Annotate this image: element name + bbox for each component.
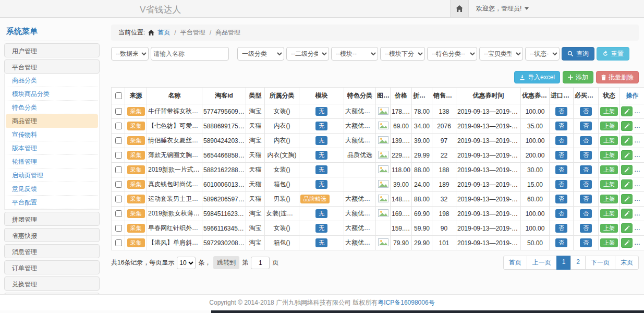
must-buy-toggle[interactable]: 否 [580, 180, 592, 189]
status-toggle[interactable]: 上架 [600, 136, 618, 145]
search-button[interactable]: 查询 [562, 47, 594, 61]
page-button[interactable]: 末页 [615, 256, 639, 270]
select-all-checkbox[interactable] [115, 92, 122, 99]
copyright-text: Copyright © 2014-2018 广州九驰网络科技有限公司 版权所有 [209, 298, 378, 307]
sidebar-item[interactable]: 意见反馈 [6, 182, 98, 196]
sales-cell: 90 [432, 221, 456, 236]
import-select-toggle[interactable]: 否 [555, 165, 567, 174]
product-image-icon [378, 209, 388, 217]
must-buy-toggle[interactable]: 否 [580, 224, 592, 233]
row-checkbox[interactable] [115, 123, 122, 129]
sidebar-item[interactable]: 版本管理 [6, 141, 98, 155]
must-buy-toggle[interactable]: 否 [580, 238, 592, 247]
status-toggle[interactable]: 上架 [600, 165, 618, 174]
sidebar-item[interactable]: 轮播管理 [6, 155, 98, 168]
source-filter-select[interactable]: --数据来源-- [111, 47, 149, 61]
must-buy-toggle[interactable]: 否 [580, 151, 592, 160]
import-select-toggle[interactable]: 否 [555, 107, 567, 116]
page-button[interactable]: 2 [570, 256, 586, 270]
status-toggle[interactable]: 上架 [600, 195, 618, 203]
must-buy-toggle[interactable]: 否 [580, 107, 592, 116]
table-toolbar: 导入excel 添加 批量删除 [111, 71, 639, 83]
edit-button[interactable] [621, 223, 633, 233]
edit-button[interactable] [621, 106, 633, 116]
status-toggle[interactable]: 上架 [600, 180, 618, 189]
must-buy-toggle[interactable]: 否 [580, 165, 592, 174]
sidebar-item[interactable]: 商品分类 [6, 74, 98, 87]
sidebar-group-item[interactable]: 平台管理 [4, 59, 100, 74]
must-buy-toggle[interactable]: 否 [580, 195, 592, 203]
page-button[interactable]: 首页 [503, 256, 527, 270]
row-checkbox[interactable] [115, 166, 122, 173]
status-toggle[interactable]: 上架 [600, 238, 618, 247]
icp-link[interactable]: 粤ICP备16098006号 [378, 298, 434, 307]
edit-button[interactable] [621, 179, 633, 189]
sidebar-item[interactable]: 特色分类 [6, 101, 98, 114]
import-excel-button[interactable]: 导入excel [514, 71, 560, 83]
edit-button[interactable] [621, 165, 633, 175]
import-select-toggle[interactable]: 否 [555, 180, 567, 189]
breadcrumb-home-link[interactable]: 首页 [157, 28, 170, 37]
page-button[interactable]: 1 [556, 256, 572, 270]
must-buy-toggle[interactable]: 否 [580, 122, 592, 130]
user-menu[interactable]: 欢迎您，管理员! [469, 0, 536, 17]
jump-page-input[interactable] [251, 257, 270, 269]
category1-filter-select[interactable]: 一级分类 [237, 47, 284, 61]
must-buy-toggle[interactable]: 否 [580, 136, 592, 145]
row-checkbox[interactable] [115, 108, 122, 115]
sidebar-group-item[interactable]: 消息管理 [4, 244, 100, 258]
status-toggle[interactable]: 上架 [600, 209, 618, 218]
sidebar-item-active[interactable]: 商品管理 [6, 114, 98, 128]
sidebar-group-item[interactable]: 订单管理 [4, 260, 100, 274]
item-type-filter-select[interactable]: --宝贝类型-- [479, 47, 523, 61]
home-button[interactable] [450, 0, 469, 17]
edit-button[interactable] [621, 194, 633, 204]
status-toggle[interactable]: 上架 [600, 224, 618, 233]
row-checkbox[interactable] [115, 137, 122, 144]
product-category: 男装() [265, 192, 299, 207]
sidebar-group-item[interactable]: 用户管理 [4, 43, 100, 57]
jump-button[interactable]: 跳转到 [213, 256, 239, 269]
row-checkbox[interactable] [115, 210, 122, 217]
edit-button[interactable] [621, 150, 633, 160]
sidebar-group-item[interactable]: 兑换管理 [4, 276, 100, 291]
status-filter-select[interactable]: --状态-- [525, 47, 560, 61]
import-select-toggle[interactable]: 否 [555, 122, 567, 130]
name-search-input[interactable] [151, 47, 229, 61]
add-button[interactable]: 添加 [563, 71, 593, 83]
row-checkbox[interactable] [115, 239, 122, 246]
sidebar-item[interactable]: 宣传物料 [6, 128, 98, 141]
sidebar-item[interactable]: 启动页管理 [6, 168, 98, 182]
reset-button[interactable]: 重置 [597, 47, 629, 61]
edit-button[interactable] [621, 238, 633, 248]
per-page-select[interactable]: 10 [177, 257, 196, 269]
status-toggle[interactable]: 上架 [600, 151, 618, 160]
status-toggle[interactable]: 上架 [600, 107, 618, 116]
import-select-toggle[interactable]: 否 [555, 136, 567, 145]
import-select-toggle[interactable]: 否 [555, 195, 567, 203]
feature-filter-select[interactable]: --特色分类-- [427, 47, 477, 61]
module-sub-filter-select[interactable]: --模块下分类-- [380, 47, 425, 61]
batch-delete-button[interactable]: 批量删除 [596, 71, 639, 83]
sidebar-group-item[interactable]: 省惠快报 [4, 228, 100, 242]
sidebar-item[interactable]: 模块商品分类 [6, 87, 98, 101]
page-button[interactable]: 下一页 [585, 256, 615, 270]
must-buy-toggle[interactable]: 否 [580, 209, 592, 218]
import-select-toggle[interactable]: 否 [555, 209, 567, 218]
row-checkbox[interactable] [115, 225, 122, 232]
row-checkbox[interactable] [115, 152, 122, 159]
page-button[interactable]: 上一页 [527, 256, 557, 270]
module-filter-select[interactable]: --模块-- [331, 47, 378, 61]
status-toggle[interactable]: 上架 [600, 122, 618, 130]
row-checkbox[interactable] [115, 196, 122, 202]
import-select-toggle[interactable]: 否 [555, 224, 567, 233]
row-checkbox[interactable] [115, 181, 122, 188]
sidebar-group-item[interactable]: 拼团管理 [4, 212, 100, 226]
edit-button[interactable] [621, 209, 633, 219]
edit-button[interactable] [621, 121, 633, 131]
import-select-toggle[interactable]: 否 [555, 151, 567, 160]
edit-button[interactable] [621, 136, 633, 146]
import-select-toggle[interactable]: 否 [555, 238, 567, 247]
sidebar-item[interactable]: 平台配置 [6, 196, 98, 209]
category2-filter-select[interactable]: --二级分类-- [286, 47, 329, 61]
